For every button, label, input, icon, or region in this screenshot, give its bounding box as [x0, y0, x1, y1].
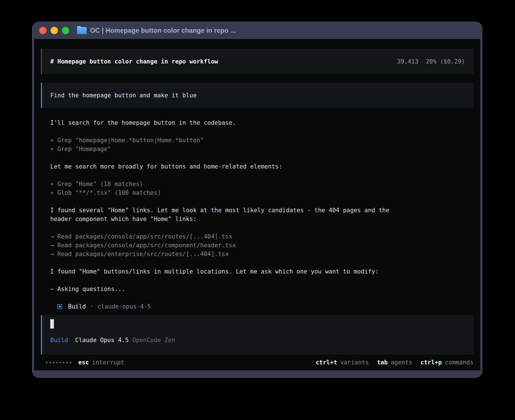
- zoom-button[interactable]: [62, 27, 69, 34]
- assistant-text-line: header component which have "Home" links…: [50, 215, 473, 224]
- close-button[interactable]: [39, 27, 47, 34]
- tool-call-read: → Read packages/console/app/src/routes/[…: [50, 232, 473, 241]
- shortcut-label-variants: variants: [340, 358, 369, 367]
- tool-call-group: ∗ Grep "homepage|home.*button|Home.*butt…: [50, 136, 473, 154]
- window-title: OC | Homepage button color change in rep…: [90, 27, 236, 34]
- shortcut-key-ctrl-p: ctrl+p: [420, 358, 442, 367]
- working-spinner-dots: [46, 362, 71, 363]
- context-usage-cost: 20% ($0.29): [426, 57, 465, 66]
- activity-status: ~ Asking questions...: [50, 285, 473, 294]
- assistant-text-line: I found "Home" buttons/links in multiple…: [50, 267, 473, 276]
- folder-icon: [77, 27, 87, 34]
- status-bar: esc interrupt ctrl+t variants tab agents…: [38, 355, 477, 370]
- user-message: Find the homepage button and make it blu…: [41, 83, 473, 108]
- model-id: claude-opus-4-5: [97, 302, 151, 311]
- agent-status-line: Build · claude-opus-4-5: [50, 302, 473, 311]
- tool-call-group: → Read packages/console/app/src/routes/[…: [50, 232, 473, 259]
- shortcut-hint-commands[interactable]: ctrl+p commands: [420, 358, 473, 367]
- assistant-text-line: Let me search more broadly for buttons a…: [50, 162, 473, 171]
- asking-questions-status: ~ Asking questions...: [50, 285, 473, 294]
- tool-call-glob: ∗ Glob "**/*.tsx" (100 matches): [50, 189, 473, 197]
- assistant-paragraph: I found "Home" buttons/links in multiple…: [50, 267, 473, 276]
- assistant-paragraph: I found several "Home" links. Let me loo…: [50, 206, 473, 224]
- status-left: esc interrupt: [46, 358, 124, 367]
- session-stats: 39,413 20% ($0.29): [397, 57, 465, 66]
- assistant-paragraph: I'll search for the homepage button in t…: [50, 119, 473, 127]
- shortcut-key-ctrl-t: ctrl+t: [316, 358, 337, 367]
- separator-dot: ·: [90, 302, 93, 311]
- agent-square-icon: [57, 304, 62, 309]
- window-controls: [39, 27, 69, 34]
- shortcut-hint-variants[interactable]: ctrl+t variants: [316, 358, 369, 367]
- input-footer: Build Claude Opus 4.5 OpenCode Zen: [50, 336, 465, 345]
- minimize-button[interactable]: [51, 27, 58, 34]
- session-title: # Homepage button color change in repo w…: [50, 57, 218, 66]
- assistant-paragraph: Let me search more broadly for buttons a…: [50, 162, 473, 171]
- assistant-text-line: I'll search for the homepage button in t…: [50, 119, 473, 127]
- window-bottom-frame: [32, 370, 482, 377]
- assistant-transcript: I'll search for the homepage button in t…: [38, 119, 477, 315]
- terminal-content: # Homepage button color change in repo w…: [34, 39, 480, 370]
- provider-label: OpenCode Zen: [132, 336, 175, 345]
- terminal-window: OC | Homepage button color change in rep…: [32, 22, 482, 378]
- tool-call-grep: ∗ Grep "Home" (18 matches): [50, 180, 473, 189]
- token-count: 39,413: [397, 57, 418, 66]
- active-model-label[interactable]: Claude Opus 4.5: [75, 336, 129, 345]
- shortcut-key-esc[interactable]: esc: [78, 358, 89, 367]
- shortcut-key-tab: tab: [377, 358, 388, 367]
- tool-call-read: → Read packages/enterprise/src/routes/[.…: [50, 250, 473, 259]
- session-header: # Homepage button color change in repo w…: [41, 49, 473, 74]
- agent-name: Build: [68, 302, 86, 311]
- user-message-text: Find the homepage button and make it blu…: [50, 91, 197, 100]
- shortcut-label-agents: agents: [391, 358, 412, 367]
- shortcut-label-interrupt: interrupt: [92, 358, 124, 367]
- shortcut-label-commands: commands: [445, 358, 473, 367]
- shortcut-hint-agents[interactable]: tab agents: [377, 358, 412, 367]
- titlebar[interactable]: OC | Homepage button color change in rep…: [32, 22, 482, 39]
- prompt-input[interactable]: Build Claude Opus 4.5 OpenCode Zen: [41, 315, 473, 355]
- tool-call-grep: ∗ Grep "homepage|home.*button|Home.*butt…: [50, 136, 473, 145]
- text-cursor[interactable]: [50, 319, 54, 329]
- tool-call-read: → Read packages/console/app/src/componen…: [50, 241, 473, 250]
- status-right: ctrl+t variants tab agents ctrl+p comman…: [316, 358, 473, 367]
- active-agent-label[interactable]: Build: [50, 336, 68, 345]
- tool-call-grep: ∗ Grep "Homepage": [50, 145, 473, 154]
- assistant-text-line: I found several "Home" links. Let me loo…: [50, 206, 473, 215]
- tool-call-group: ∗ Grep "Home" (18 matches) ∗ Glob "**/*.…: [50, 180, 473, 197]
